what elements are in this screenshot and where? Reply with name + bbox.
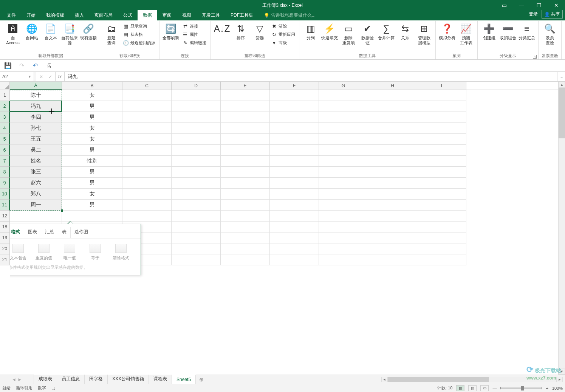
qa-tab-图表[interactable]: 图表: [24, 227, 41, 238]
cell-E21[interactable]: [221, 254, 270, 265]
ribbon-btn-自其他来源[interactable]: 📑自其他来源: [60, 22, 79, 46]
cell-I19[interactable]: [417, 232, 466, 243]
ribbon-btn-现有连接[interactable]: 🔗现有连接: [79, 22, 98, 41]
ribbon-btn-筛选[interactable]: ▽筛选: [251, 22, 269, 41]
cell-I1[interactable]: [417, 90, 466, 101]
cell-B8[interactable]: 男: [62, 167, 122, 178]
ribbon-mini-从表格[interactable]: ▤从表格: [121, 30, 157, 39]
cell-E2[interactable]: [221, 101, 270, 112]
ribbon-btn-合并计算[interactable]: ∑合并计算: [377, 22, 395, 41]
cell-E8[interactable]: [221, 167, 270, 178]
cell-E6[interactable]: [221, 145, 270, 156]
cell-H2[interactable]: [368, 101, 417, 112]
cell-D6[interactable]: [172, 145, 221, 156]
undo-button[interactable]: ↶: [31, 62, 39, 70]
cell-D9[interactable]: [172, 178, 221, 189]
scroll-up-icon[interactable]: ▲: [559, 82, 565, 88]
menu-tab-开发工具[interactable]: 开发工具: [197, 10, 225, 20]
cell-B5[interactable]: 女: [62, 134, 122, 145]
cell-F4[interactable]: [270, 123, 319, 134]
row-header-4[interactable]: 4: [0, 123, 10, 134]
cell-F1[interactable]: [270, 90, 319, 101]
cell-B4[interactable]: 女: [62, 123, 122, 134]
cell-G11[interactable]: [319, 200, 368, 211]
row-header-8[interactable]: 8: [0, 167, 10, 178]
cell-D8[interactable]: [172, 167, 221, 178]
cell-H6[interactable]: [368, 145, 417, 156]
col-header-G[interactable]: G: [319, 82, 368, 90]
cell-G5[interactable]: [319, 134, 368, 145]
cell-G10[interactable]: [319, 189, 368, 200]
menu-tab-公式[interactable]: 公式: [118, 10, 138, 20]
cell-F11[interactable]: [270, 200, 319, 211]
menu-tab-插入[interactable]: 插入: [70, 10, 89, 20]
zoom-knob[interactable]: [521, 386, 524, 390]
cell-B10[interactable]: 女: [62, 189, 122, 200]
row-header-11[interactable]: 11: [0, 200, 10, 211]
fill-handle[interactable]: [61, 209, 63, 212]
cell-G3[interactable]: [319, 112, 368, 123]
qa-item-重复的值[interactable]: 重复的值: [34, 244, 53, 261]
col-header-E[interactable]: E: [221, 82, 270, 90]
cell-H4[interactable]: [368, 123, 417, 134]
zoom-out-button[interactable]: —: [492, 386, 497, 390]
cell-A3[interactable]: 李四: [10, 112, 62, 123]
qa-tab-汇总[interactable]: 汇总: [41, 227, 58, 238]
cell-D20[interactable]: [172, 243, 221, 254]
ribbon-btn-关系[interactable]: ⇆关系: [396, 22, 414, 41]
row-header-18[interactable]: 18: [0, 222, 10, 232]
row-header-3[interactable]: 3: [0, 112, 10, 123]
cell-C6[interactable]: [122, 145, 172, 156]
cell-G7[interactable]: [319, 156, 368, 167]
cell-H19[interactable]: [368, 232, 417, 243]
cell-D11[interactable]: [172, 200, 221, 211]
col-header-A[interactable]: A: [10, 82, 62, 90]
share-button[interactable]: 👤 共享: [542, 10, 563, 19]
cell-B3[interactable]: 男: [62, 112, 122, 123]
cell-H12[interactable]: [368, 211, 417, 222]
cell-B7[interactable]: 性别: [62, 156, 122, 167]
dialog-launcher-icon[interactable]: ↘: [533, 55, 537, 59]
ribbon-mini-连接[interactable]: ⇄连接: [181, 22, 208, 30]
cell-C8[interactable]: [122, 167, 172, 178]
cell-E10[interactable]: [221, 189, 270, 200]
cell-H7[interactable]: [368, 156, 417, 167]
cell-D7[interactable]: [172, 156, 221, 167]
cell-E18[interactable]: [221, 222, 270, 232]
menu-tab-审阅[interactable]: 审阅: [157, 10, 177, 20]
formula-input[interactable]: 冯九: [65, 72, 557, 81]
ribbon-mini-属性[interactable]: ☰属性: [181, 30, 208, 39]
scroll-right-icon[interactable]: ►: [557, 377, 563, 382]
ribbon-btn-分列[interactable]: ▥分列: [302, 22, 320, 41]
cell-E4[interactable]: [221, 123, 270, 134]
cell-F10[interactable]: [270, 189, 319, 200]
cell-E12[interactable]: [221, 211, 270, 222]
cell-H11[interactable]: [368, 200, 417, 211]
cell-I5[interactable]: [417, 134, 466, 145]
cell-I10[interactable]: [417, 189, 466, 200]
name-box[interactable]: A2 ▼: [0, 72, 34, 81]
page-layout-view-button[interactable]: ▤: [468, 385, 477, 391]
cell-E7[interactable]: [221, 156, 270, 167]
cell-H18[interactable]: [368, 222, 417, 232]
ribbon-btn-自 Access[interactable]: 🅰自 Access: [4, 22, 22, 46]
ribbon-btn-分类汇总[interactable]: ≡分类汇总: [518, 22, 536, 41]
cell-I11[interactable]: [417, 200, 466, 211]
cell-D4[interactable]: [172, 123, 221, 134]
cell-F18[interactable]: [270, 222, 319, 232]
cell-D5[interactable]: [172, 134, 221, 145]
cell-F5[interactable]: [270, 134, 319, 145]
cell-E20[interactable]: [221, 243, 270, 254]
cell-A1[interactable]: 陈十: [10, 90, 62, 101]
qa-item-文本包含[interactable]: 文本包含: [10, 244, 28, 261]
cell-C2[interactable]: [122, 101, 172, 112]
ribbon-btn-自网站[interactable]: 🌐自网站: [23, 22, 41, 41]
cell-G6[interactable]: [319, 145, 368, 156]
row-header-6[interactable]: 6: [0, 145, 10, 156]
cell-F20[interactable]: [270, 243, 319, 254]
cell-A2[interactable]: 冯九: [10, 101, 62, 112]
cell-I9[interactable]: [417, 178, 466, 189]
cell-C9[interactable]: [122, 178, 172, 189]
macro-record-icon[interactable]: ▢: [51, 386, 55, 390]
cell-I20[interactable]: [417, 243, 466, 254]
